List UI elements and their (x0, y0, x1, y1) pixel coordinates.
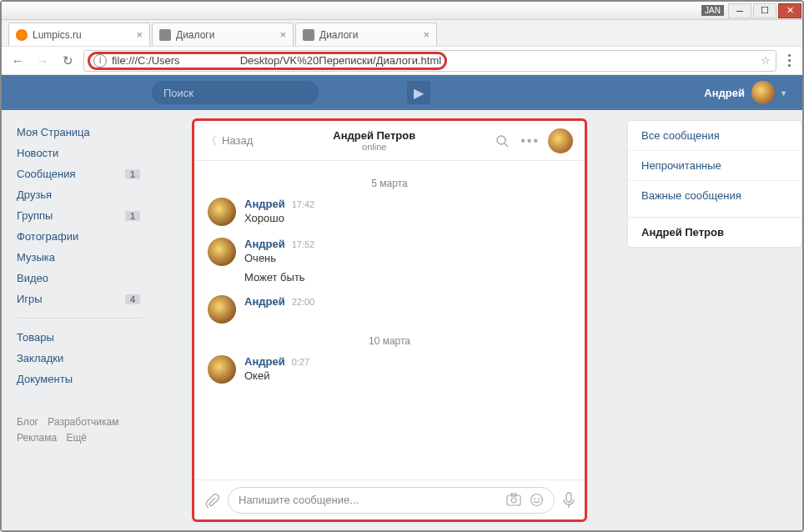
svg-rect-8 (566, 493, 571, 502)
nav-item[interactable]: Моя Страница (17, 122, 152, 143)
message-time: 22:00 (292, 297, 315, 307)
avatar (751, 81, 775, 104)
browser-menu-icon[interactable] (783, 54, 796, 67)
back-link[interactable]: 〈 Назад (206, 133, 253, 148)
filter-item-active[interactable]: Андрей Петров (628, 217, 801, 247)
info-icon[interactable]: i (93, 54, 107, 68)
window-titlebar: JAN ─ ☐ ✕ (2, 2, 802, 20)
nav-item[interactable]: Сообщения1 (17, 163, 152, 184)
content-area: Моя СтраницаНовостиСообщения1ДрузьяГрупп… (2, 110, 802, 530)
lang-indicator: JAN (701, 5, 724, 16)
message: Андрей22:00 (208, 295, 571, 324)
bookmark-star-icon[interactable]: ☆ (761, 54, 771, 67)
message-time: 0:27 (292, 357, 309, 367)
nav-item[interactable]: Новости (17, 143, 152, 163)
nav-item[interactable]: Игры4 (17, 289, 152, 309)
user-menu[interactable]: Андрей ▾ (704, 81, 786, 104)
chat-header-actions: ••• (495, 133, 540, 148)
nav-item[interactable]: Документы (17, 369, 152, 389)
play-button[interactable]: ▶ (407, 81, 430, 104)
nav-item-label: Фотографии (17, 230, 78, 243)
message-input[interactable]: Напишите сообщение... (228, 487, 555, 514)
forward-button[interactable]: → (33, 52, 52, 70)
footer-link[interactable]: Блог (17, 416, 38, 428)
message-avatar[interactable] (208, 238, 236, 266)
footer-link[interactable]: Реклама (17, 432, 57, 444)
footer-link[interactable]: Разработчикам (48, 416, 118, 428)
tab-close-icon[interactable]: × (423, 28, 430, 41)
chat-panel: 〈 Назад Андрей Петров online ••• 5 марта… (193, 120, 585, 520)
message-time: 17:52 (292, 239, 315, 249)
more-icon[interactable]: ••• (520, 133, 540, 148)
tab-close-icon[interactable]: × (279, 28, 286, 41)
vk-header: Поиск ▶ Андрей ▾ (2, 75, 802, 110)
message-time: 17:42 (292, 199, 315, 209)
search-icon[interactable] (495, 134, 509, 148)
browser-tab[interactable]: Диалоги × (295, 23, 437, 46)
message-avatar[interactable] (208, 198, 236, 226)
footer-links: Блог Разработчикам Реклама Ещё (17, 409, 152, 451)
emoji-icon[interactable] (530, 493, 544, 507)
nav-item[interactable]: Фотографии (17, 226, 152, 247)
message-avatar[interactable] (208, 295, 236, 324)
filter-item[interactable]: Важные сообщения (628, 181, 801, 210)
nav-item[interactable]: Товары (17, 327, 152, 348)
username: Андрей (704, 87, 745, 99)
footer-link[interactable]: Ещё (66, 432, 87, 444)
nav-item[interactable]: Видео (17, 268, 152, 289)
right-column: Все сообщения Непрочитанные Важные сообщ… (627, 110, 802, 530)
messages-list[interactable]: 5 марта Андрей17:42Хорошо Андрей17:52Оче… (194, 161, 585, 479)
chat-title: Андрей Петров online (253, 129, 495, 152)
url-highlight: i file:///C:/Users Desktop/VK%20Переписк… (88, 52, 447, 70)
svg-point-3 (511, 498, 516, 503)
nav-item-label: Видео (17, 272, 48, 284)
message-text: Очень (244, 252, 314, 264)
nav-item-label: Друзья (17, 188, 52, 201)
message: Андрей17:42Хорошо (208, 198, 571, 226)
url-input[interactable]: i file:///C:/Users Desktop/VK%20Переписк… (83, 50, 776, 72)
message-sender[interactable]: Андрей (244, 198, 285, 210)
tab-label: Lumpics.ru (33, 29, 82, 41)
nav-item[interactable]: Друзья (17, 184, 152, 205)
close-button[interactable]: ✕ (778, 3, 801, 18)
separator (17, 318, 142, 319)
message-sender[interactable]: Андрей (244, 295, 285, 308)
favicon-icon (159, 29, 171, 41)
maximize-button[interactable]: ☐ (753, 3, 776, 18)
message-text: Хорошо (244, 212, 314, 224)
message-avatar[interactable] (208, 355, 236, 384)
message-text: Может быть (244, 271, 571, 284)
chat-header: 〈 Назад Андрей Петров online ••• (194, 121, 585, 161)
svg-rect-2 (507, 495, 520, 505)
svg-point-6 (534, 498, 535, 499)
minimize-button[interactable]: ─ (728, 3, 751, 18)
browser-tab[interactable]: Lumpics.ru × (8, 23, 150, 46)
nav-item[interactable]: Музыка (17, 247, 152, 268)
nav-item-label: Музыка (17, 251, 55, 263)
message-sender[interactable]: Андрей (244, 238, 285, 250)
tab-close-icon[interactable]: × (136, 28, 143, 41)
nav-item[interactable]: Группы1 (17, 205, 152, 226)
svg-line-1 (505, 143, 508, 147)
back-button[interactable]: ← (8, 52, 27, 70)
url-text-prefix: file:///C:/Users (112, 54, 180, 67)
url-text-suffix: Desktop/VK%20Переписки/Диалоги.html (240, 54, 442, 67)
message-sender[interactable]: Андрей (244, 355, 285, 368)
chat-avatar[interactable] (548, 128, 573, 153)
mic-icon[interactable] (563, 492, 575, 509)
svg-point-5 (531, 494, 543, 506)
nav-item-label: Моя Страница (17, 126, 90, 138)
camera-icon[interactable] (506, 493, 521, 507)
message-text: Окей (244, 369, 309, 382)
nav-item[interactable]: Закладки (17, 348, 152, 369)
search-input[interactable]: Поиск (152, 81, 319, 104)
attach-icon[interactable] (204, 493, 219, 508)
nav-item-label: Игры (17, 293, 43, 305)
nav-item-label: Закладки (17, 352, 63, 364)
reload-button[interactable]: ↻ (58, 52, 77, 70)
filter-item[interactable]: Все сообщения (628, 121, 801, 151)
date-separator: 10 марта (208, 335, 571, 347)
nav-item-label: Товары (17, 331, 54, 344)
browser-tab[interactable]: Диалоги × (152, 23, 294, 46)
filter-item[interactable]: Непрочитанные (628, 151, 801, 181)
